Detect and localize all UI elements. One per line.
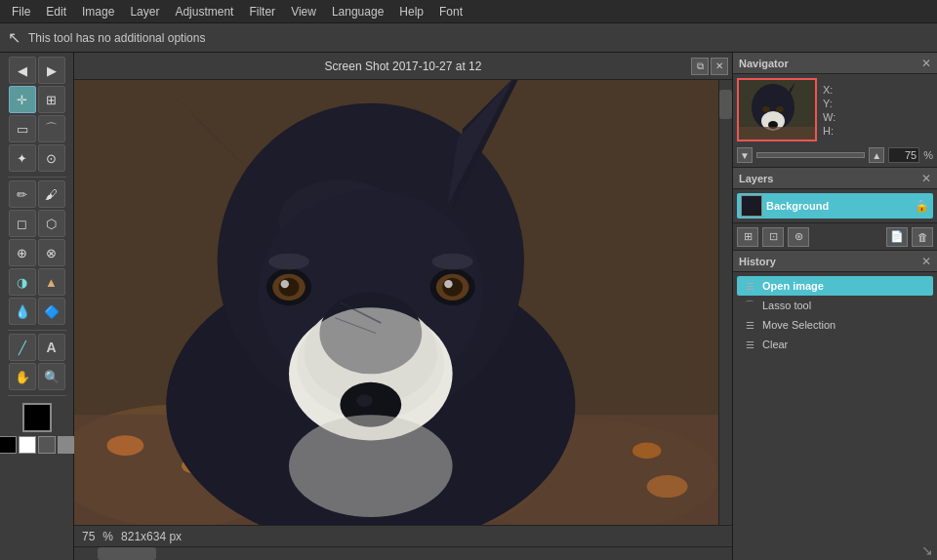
navigator-thumb-image [739, 80, 815, 140]
menu-adjustment[interactable]: Adjustment [167, 3, 241, 20]
history-icon-0: ☰ [743, 279, 756, 293]
zoom-btn[interactable]: 🔍 [38, 363, 65, 390]
layer-delete-btn[interactable]: 🗑 [912, 227, 933, 247]
nav-zoom-input[interactable] [888, 147, 919, 163]
layer-lock-icon: 🔒 [915, 199, 929, 213]
svg-rect-47 [739, 127, 817, 141]
history-label-1: Lasso tool [762, 300, 811, 311]
layer-mode-btn[interactable]: ⊞ [737, 227, 758, 247]
layer-background-name: Background [766, 200, 911, 212]
layer-effects-btn[interactable]: ⊛ [788, 227, 809, 247]
svg-point-36 [289, 415, 453, 517]
clone-btn[interactable]: ⊕ [9, 239, 36, 266]
history-content: ☰ Open image ⌒ Lasso tool ☰ Move Selecti… [733, 272, 937, 540]
divider2 [8, 330, 66, 331]
heal-btn[interactable]: ⊗ [38, 239, 65, 266]
svg-point-33 [444, 280, 452, 288]
gray2-swatch[interactable] [58, 436, 75, 454]
divider3 [8, 395, 66, 396]
canvas-area: Screen Shot 2017-10-27 at 12 ⧉ ✕ [74, 53, 732, 560]
layers-close-btn[interactable]: ✕ [921, 172, 931, 185]
canvas-restore-btn[interactable]: ⧉ [691, 58, 709, 75]
nav-x-label: X: [823, 84, 833, 96]
nav-zoom-in-btn[interactable]: ▲ [869, 147, 884, 163]
dodge-btn[interactable]: ◑ [9, 268, 36, 296]
svg-point-45 [762, 106, 770, 112]
navigator-title: Navigator [739, 58, 789, 69]
layer-mask-btn[interactable]: ⊡ [762, 227, 784, 247]
canvas-close-btn[interactable]: ✕ [711, 58, 728, 75]
zoom-unit: % [102, 530, 113, 543]
nav-zoom-slider[interactable] [756, 152, 865, 158]
menu-font[interactable]: Font [431, 3, 470, 20]
hand-btn[interactable]: ✋ [9, 363, 36, 390]
layer-thumb [741, 195, 762, 217]
zoom-display: 75 [82, 530, 95, 543]
bucket-btn[interactable]: ⬡ [38, 210, 65, 237]
scroll-right-btn[interactable]: ▶ [38, 57, 65, 84]
menu-view[interactable]: View [283, 3, 324, 20]
white-swatch[interactable] [19, 436, 36, 454]
lasso-btn[interactable]: ⌒ [38, 115, 65, 142]
menu-language[interactable]: Language [324, 3, 391, 20]
layer-thumbnail [742, 196, 761, 216]
burn-btn[interactable]: ▲ [38, 268, 65, 296]
brush-btn[interactable]: 🖌 [38, 180, 65, 208]
history-corner-icon: ↘ [921, 542, 933, 558]
blur-btn[interactable]: 💧 [9, 298, 36, 325]
svg-point-35 [432, 254, 473, 270]
menu-image[interactable]: Image [74, 3, 122, 20]
history-icon-3: ☰ [743, 338, 756, 351]
history-label-3: Clear [762, 339, 788, 350]
svg-point-25 [356, 394, 373, 407]
nav-h-label: H: [823, 125, 834, 137]
navigator-close-btn[interactable]: ✕ [921, 57, 931, 70]
transform-tool-btn[interactable]: ⊞ [38, 86, 65, 113]
foreground-color[interactable] [22, 403, 52, 432]
canvas-horizontal-scrollbar[interactable] [74, 546, 732, 560]
svg-point-46 [776, 106, 784, 112]
layer-background-row[interactable]: Background 🔒 [737, 193, 933, 219]
eraser-btn[interactable]: ◻ [9, 210, 36, 237]
nav-zoom-out-btn[interactable]: ▼ [737, 147, 753, 163]
layers-toolbar: ⊞ ⊡ ⊛ 📄 🗑 [733, 222, 937, 250]
toolbox: ◀ ▶ ✛ ⊞ ▭ ⌒ ✦ ⊙ ✏ 🖌 ◻ ⬡ ⊕ [0, 53, 74, 560]
menu-help[interactable]: Help [391, 3, 431, 20]
sharpen-btn[interactable]: 🔷 [38, 298, 65, 325]
move-tool-btn[interactable]: ✛ [9, 86, 36, 113]
menu-file[interactable]: File [4, 3, 38, 20]
menu-layer[interactable]: Layer [122, 3, 167, 20]
navigator-controls: ▼ ▲ % [733, 145, 937, 167]
pencil-btn[interactable]: ✏ [9, 180, 36, 208]
divider1 [8, 177, 66, 178]
gray1-swatch[interactable] [38, 436, 56, 454]
rect-select-btn[interactable]: ▭ [9, 115, 36, 142]
black-swatch[interactable] [0, 436, 17, 454]
layer-new-btn[interactable]: 📄 [886, 227, 908, 247]
history-item-1[interactable]: ⌒ Lasso tool [737, 296, 933, 315]
canvas-vertical-scrollbar[interactable] [718, 80, 732, 525]
scroll-left-btn[interactable]: ◀ [9, 57, 36, 84]
svg-point-32 [442, 278, 463, 297]
canvas-image-area[interactable] [74, 80, 718, 525]
navigator-header: Navigator ✕ [733, 53, 937, 74]
history-header: History ✕ [733, 251, 937, 272]
history-item-2[interactable]: ☰ Move Selection [737, 315, 933, 335]
menu-edit[interactable]: Edit [38, 3, 74, 20]
canvas-image [74, 80, 718, 525]
history-item-0[interactable]: ☰ Open image [737, 276, 933, 296]
wand-btn[interactable]: ✦ [9, 144, 36, 172]
menu-filter[interactable]: Filter [241, 3, 283, 20]
gradient-btn[interactable]: ╱ [9, 334, 36, 361]
history-item-3[interactable]: ☰ Clear [737, 335, 933, 354]
history-bottom: ↘ [733, 540, 937, 560]
extra-select-btn[interactable]: ⊙ [38, 144, 65, 172]
text-btn[interactable]: A [38, 334, 65, 361]
navigator-panel: Navigator ✕ [733, 53, 937, 168]
history-close-btn[interactable]: ✕ [921, 255, 931, 268]
right-panel: Navigator ✕ [732, 53, 937, 560]
layers-panel: Layers ✕ Background 🔒 ⊞ ⊡ ⊛ 📄 🗑 [733, 168, 937, 251]
canvas-titlebar: Screen Shot 2017-10-27 at 12 ⧉ ✕ [74, 53, 732, 80]
svg-point-11 [647, 475, 688, 498]
layers-header: Layers ✕ [733, 168, 937, 189]
